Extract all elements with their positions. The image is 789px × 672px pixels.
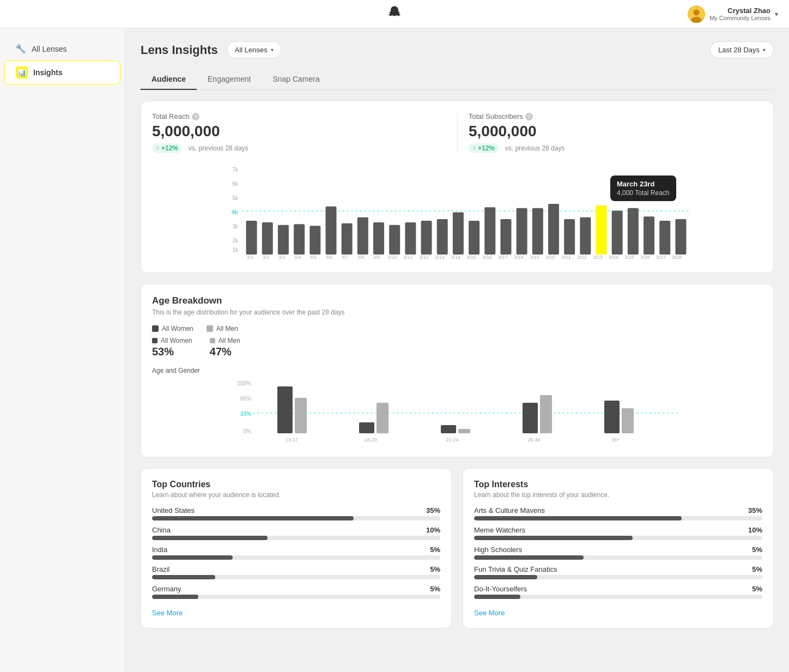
svg-text:3/14: 3/14 [451, 255, 460, 260]
top-interests-card: Top Interests Learn about the top intere… [463, 468, 774, 628]
svg-rect-22 [421, 221, 432, 255]
age-gender-label: Age and Gender [152, 367, 762, 374]
svg-rect-75 [359, 422, 374, 433]
svg-rect-37 [659, 221, 670, 255]
svg-text:3/22: 3/22 [577, 255, 587, 260]
sidebar-item-all-lenses[interactable]: 🔧 All Lenses [4, 38, 120, 59]
svg-rect-38 [675, 219, 686, 255]
lens-filter-dropdown[interactable]: All Lenses ▾ [227, 41, 282, 58]
user-info: Crystal Zhao My Community Lenses [709, 7, 770, 21]
subscribers-label: Total Subscribers ? [469, 112, 762, 120]
sidebar-item-insights[interactable]: 📊 Insights [4, 60, 120, 84]
svg-text:3/7: 3/7 [342, 255, 349, 260]
svg-rect-11 [246, 221, 257, 255]
lens-filter-chevron: ▾ [271, 47, 274, 53]
svg-text:3/9: 3/9 [373, 255, 380, 260]
svg-rect-21 [405, 222, 416, 255]
women-stat: All Women 53% [152, 337, 192, 358]
page-header: Lens Insights All Lenses ▾ Last 28 Days … [141, 41, 774, 58]
country-row-1: China10% [152, 526, 440, 540]
user-name: Crystal Zhao [709, 7, 770, 15]
svg-text:3/15: 3/15 [466, 255, 476, 260]
svg-rect-34 [612, 210, 623, 255]
country-row-3: Brazil5% [152, 565, 440, 579]
total-reach-box: Total Reach ? 5,000,000 ↑ +12% vs. previ… [152, 112, 457, 153]
svg-text:3/27: 3/27 [656, 255, 666, 260]
country-row-4: Germany5% [152, 585, 440, 599]
interest-row-1: Meme Watchers10% [474, 526, 762, 540]
time-filter-label: Last 28 Days [718, 46, 760, 54]
svg-rect-32 [580, 217, 591, 255]
svg-text:1k: 1k [232, 247, 239, 253]
snapchat-logo [387, 5, 402, 23]
svg-text:3/5: 3/5 [310, 255, 317, 260]
svg-rect-24 [453, 213, 464, 255]
svg-rect-19 [373, 222, 384, 255]
subscribers-value: 5,000,000 [469, 123, 762, 140]
men-label: All Men [210, 337, 240, 344]
svg-point-1 [694, 9, 700, 15]
top-countries-desc: Learn about where your audience is locat… [152, 491, 440, 499]
svg-rect-18 [357, 217, 368, 255]
svg-text:3/26: 3/26 [640, 255, 650, 260]
svg-text:3/3: 3/3 [278, 255, 286, 260]
interest-row-3: Fun Trivia & Quiz Fanatics5% [474, 565, 762, 579]
women-label: All Women [152, 337, 192, 344]
women-dot [152, 338, 157, 343]
svg-text:3/18: 3/18 [514, 255, 524, 260]
gender-stats: All Women 53% All Men 47% [152, 337, 762, 358]
svg-text:3/11: 3/11 [403, 255, 413, 260]
svg-text:3/2: 3/2 [263, 255, 270, 260]
svg-rect-36 [644, 216, 654, 255]
svg-text:7k: 7k [232, 167, 239, 173]
user-menu-chevron[interactable]: ▾ [775, 10, 778, 18]
svg-rect-17 [342, 223, 353, 255]
interests-see-more[interactable]: See More [474, 609, 505, 617]
insights-icon: 📊 [16, 66, 28, 78]
page-title: Lens Insights [141, 43, 218, 57]
age-legend: All Women All Men [152, 325, 762, 332]
interest-row-0: Arts & Culture Mavens35% [474, 506, 762, 520]
men-stat: All Men 47% [210, 337, 240, 358]
time-filter-chevron: ▾ [763, 47, 766, 53]
svg-rect-23 [437, 219, 448, 255]
tab-snap-camera[interactable]: Snap Camera [262, 69, 330, 90]
svg-text:0%: 0% [244, 428, 252, 434]
page-header-left: Lens Insights All Lenses ▾ [141, 41, 282, 58]
svg-text:6k: 6k [232, 181, 239, 187]
topbar: Crystal Zhao My Community Lenses ▾ [0, 0, 789, 28]
metrics-card: Total Reach ? 5,000,000 ↑ +12% vs. previ… [141, 101, 774, 273]
top-countries-card: Top Countries Learn about where your aud… [141, 468, 452, 628]
countries-see-more[interactable]: See More [152, 609, 183, 617]
user-menu[interactable]: Crystal Zhao My Community Lenses ▾ [688, 5, 778, 23]
svg-text:2k: 2k [232, 238, 239, 244]
age-breakdown-title: Age Breakdown [152, 295, 762, 306]
subscribers-info-icon[interactable]: ? [525, 113, 533, 120]
svg-text:3/17: 3/17 [498, 255, 508, 260]
svg-rect-26 [484, 207, 495, 255]
svg-text:33%: 33% [240, 411, 251, 417]
subscribers-change-text: vs. previous 28 days [505, 144, 565, 152]
svg-rect-82 [540, 395, 552, 433]
svg-text:3/19: 3/19 [530, 255, 539, 260]
svg-text:3/25: 3/25 [624, 255, 634, 260]
reach-chart-svg: 7k 6k 5k 4k 3k 2k 1k [152, 162, 762, 260]
subscribers-change-arrow: ↑ [472, 144, 476, 152]
svg-rect-30 [548, 204, 559, 255]
reach-label: Total Reach ? [152, 112, 457, 120]
country-row-0: United States35% [152, 506, 440, 520]
tab-audience[interactable]: Audience [141, 69, 197, 90]
svg-rect-35 [628, 208, 639, 255]
reach-info-icon[interactable]: ? [192, 113, 199, 120]
sidebar-item-label: All Lenses [32, 45, 67, 53]
reach-change: ↑ +12% [152, 143, 182, 153]
svg-text:5k: 5k [232, 195, 239, 201]
age-breakdown-desc: This is the age distribution for your au… [152, 308, 762, 316]
tab-engagement[interactable]: Engagement [197, 69, 262, 90]
svg-text:3/10: 3/10 [387, 255, 397, 260]
svg-rect-29 [532, 208, 543, 255]
svg-rect-85 [622, 408, 634, 433]
men-dot [210, 338, 215, 343]
app-layout: 🔧 All Lenses 📊 Insights Lens Insights Al… [0, 28, 789, 672]
time-filter-dropdown[interactable]: Last 28 Days ▾ [710, 41, 774, 58]
